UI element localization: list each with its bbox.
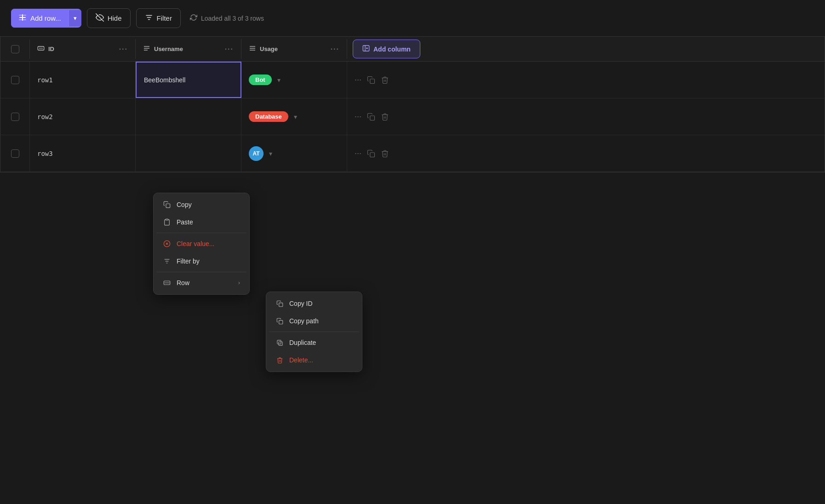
main-content: ID ··· Username ··· xyxy=(0,36,825,172)
add-row-icon xyxy=(18,13,27,23)
filter-by-icon xyxy=(163,257,171,265)
context-menu-copy-label: Copy xyxy=(177,201,192,208)
svg-rect-25 xyxy=(166,204,170,208)
row1-usage-badge: Bot xyxy=(249,74,272,85)
copy-icon xyxy=(163,200,171,209)
data-table: ID ··· Username ··· xyxy=(0,36,825,172)
hide-button[interactable]: Hide xyxy=(87,8,131,28)
row1-username-cell[interactable]: BeeBombshell xyxy=(136,62,241,98)
row2-checkbox-cell xyxy=(0,98,30,135)
row3-delete-icon[interactable] xyxy=(381,149,389,158)
toolbar: Add row... ▾ Hide Filter xyxy=(0,0,825,36)
svg-rect-24 xyxy=(370,152,375,157)
svg-rect-39 xyxy=(279,320,282,324)
context-menu-filter-by[interactable]: Filter by xyxy=(156,252,246,270)
row3-checkbox[interactable] xyxy=(11,149,19,158)
row1-id-value: row1 xyxy=(37,76,53,84)
copy-path-icon xyxy=(275,317,284,325)
svg-rect-2 xyxy=(19,15,26,16)
username-column-label: Username xyxy=(154,46,183,52)
table-row: row1 BeeBombshell Bot ▾ ··· xyxy=(0,62,825,98)
refresh-icon xyxy=(190,14,197,23)
row3-id-value: row3 xyxy=(37,150,53,157)
context-menu-copy[interactable]: Copy xyxy=(156,196,246,213)
row1-usage-cell[interactable]: Bot ▾ xyxy=(241,62,347,98)
row-icon xyxy=(163,279,171,287)
row1-username-value: BeeBombshell xyxy=(144,76,185,84)
submenu-delete[interactable]: Delete... xyxy=(269,351,359,369)
submenu-duplicate[interactable]: Duplicate xyxy=(269,334,359,351)
row2-copy-row-icon[interactable] xyxy=(367,113,375,121)
delete-icon xyxy=(275,356,284,364)
svg-rect-23 xyxy=(370,115,375,120)
row2-username-cell[interactable] xyxy=(136,98,241,135)
row1-actions: ··· xyxy=(347,62,825,98)
paste-icon xyxy=(163,218,171,226)
context-menu-row[interactable]: Row › xyxy=(156,274,246,292)
add-row-button[interactable]: Add row... ▾ xyxy=(11,9,81,28)
row2-delete-icon[interactable] xyxy=(381,113,389,121)
username-column-icon xyxy=(143,45,150,53)
row3-usage-cell[interactable]: AT ▾ xyxy=(241,135,347,172)
row2-id-cell[interactable]: row2 xyxy=(30,98,136,135)
id-column-icon xyxy=(37,45,45,53)
add-column-button[interactable]: Add column xyxy=(353,40,420,58)
filter-button[interactable]: Filter xyxy=(136,8,181,28)
add-row-chevron[interactable]: ▾ xyxy=(69,10,81,26)
column-header-id[interactable]: ID ··· xyxy=(30,39,136,59)
context-menu-paste[interactable]: Paste xyxy=(156,213,246,231)
row1-copy-row-icon[interactable] xyxy=(367,76,375,84)
row3-username-cell[interactable] xyxy=(136,135,241,172)
loaded-text: Loaded all 3 of 3 rows xyxy=(201,15,264,22)
usage-column-menu[interactable]: ··· xyxy=(331,45,339,53)
row1-checkbox[interactable] xyxy=(11,76,19,84)
filter-icon xyxy=(145,13,153,23)
row1-delete-icon[interactable] xyxy=(381,76,389,84)
add-column-icon xyxy=(362,45,370,53)
submenu-arrow-icon: › xyxy=(238,280,240,286)
context-menu-row-label: Row xyxy=(177,279,189,286)
row1-more-icon[interactable]: ··· xyxy=(355,75,361,85)
svg-rect-40 xyxy=(279,342,282,345)
clear-icon xyxy=(163,240,171,248)
row3-usage-badge: AT xyxy=(249,146,264,161)
row2-actions: ··· xyxy=(347,98,825,135)
row2-more-icon[interactable]: ··· xyxy=(355,112,361,121)
svg-rect-41 xyxy=(277,340,281,344)
context-menu-clear-value[interactable]: Clear value... xyxy=(156,235,246,252)
row1-id-cell[interactable]: row1 xyxy=(30,62,136,98)
submenu-copy-id-label: Copy ID xyxy=(289,300,313,307)
select-all-checkbox[interactable] xyxy=(11,45,19,53)
separator2 xyxy=(156,272,246,272)
context-menu: Copy Paste Clear value... xyxy=(153,193,250,295)
row2-id-value: row2 xyxy=(37,113,53,120)
svg-rect-33 xyxy=(164,281,170,285)
table-header: ID ··· Username ··· xyxy=(0,37,825,62)
context-menu-clear-label: Clear value... xyxy=(177,240,214,247)
submenu-copy-id[interactable]: Copy ID xyxy=(269,295,359,312)
row2-usage-badge: Database xyxy=(249,111,288,122)
duplicate-icon xyxy=(275,338,284,347)
add-row-main[interactable]: Add row... xyxy=(11,9,69,28)
row2-checkbox[interactable] xyxy=(11,113,19,121)
column-header-username[interactable]: Username ··· xyxy=(136,39,241,59)
table-row: row3 AT ▾ ··· xyxy=(0,135,825,172)
id-column-menu[interactable]: ··· xyxy=(119,45,128,53)
row3-more-icon[interactable]: ··· xyxy=(355,149,361,158)
row2-usage-cell[interactable]: Database ▾ xyxy=(241,98,347,135)
row1-usage-chevron[interactable]: ▾ xyxy=(277,76,281,84)
submenu-copy-path[interactable]: Copy path xyxy=(269,312,359,330)
submenu-separator xyxy=(269,332,359,332)
row3-id-cell[interactable]: row3 xyxy=(30,135,136,172)
context-menu-filter-by-label: Filter by xyxy=(177,258,200,265)
row3-copy-row-icon[interactable] xyxy=(367,149,375,158)
column-header-usage[interactable]: Usage ··· xyxy=(241,39,347,59)
svg-rect-26 xyxy=(166,219,168,220)
loaded-status: Loaded all 3 of 3 rows xyxy=(190,14,264,23)
row2-usage-chevron[interactable]: ▾ xyxy=(294,113,297,120)
username-column-menu[interactable]: ··· xyxy=(225,45,234,53)
hide-label: Hide xyxy=(108,14,122,22)
svg-rect-3 xyxy=(19,19,26,20)
row3-usage-chevron[interactable]: ▾ xyxy=(269,150,272,157)
table-row: row2 Database ▾ ··· xyxy=(0,98,825,135)
